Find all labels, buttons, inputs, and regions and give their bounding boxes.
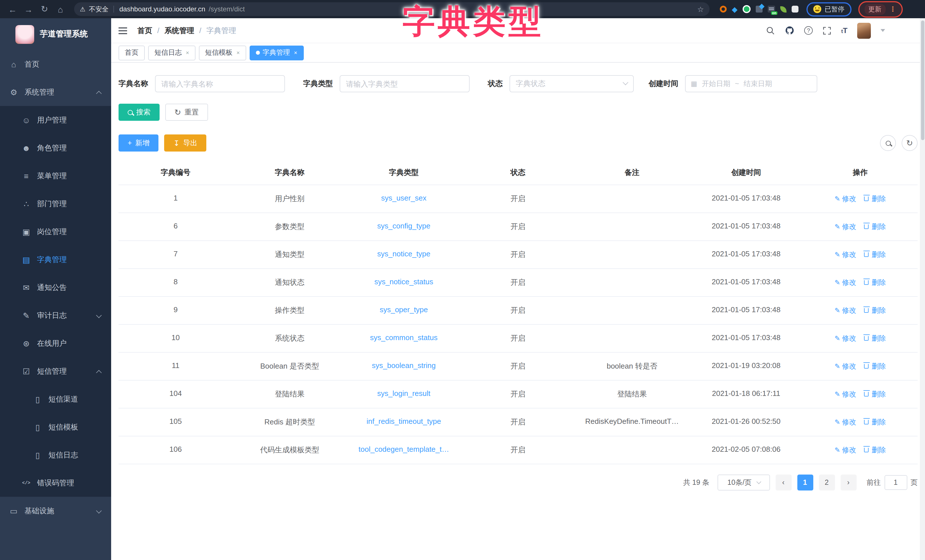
home-icon[interactable]: ⌂ xyxy=(54,2,67,16)
github-icon[interactable] xyxy=(785,26,794,35)
cell-type[interactable]: sys_common_status xyxy=(347,325,461,352)
back-icon[interactable]: ← xyxy=(6,2,20,16)
extension-stack-icon[interactable] xyxy=(756,6,762,12)
help-icon[interactable]: ? xyxy=(804,26,813,35)
close-tab-icon[interactable]: × xyxy=(186,50,189,56)
browser-menu-icon[interactable]: ⋮ xyxy=(889,5,896,13)
search-button[interactable]: 搜索 xyxy=(119,104,160,121)
sidebar-item-错误码管理[interactable]: </>错误码管理 xyxy=(0,469,111,497)
date-range-picker[interactable]: ▦ 开始日期 ~ 结束日期 xyxy=(685,75,817,92)
extension-green-icon[interactable] xyxy=(743,5,750,13)
sidebar-item-菜单管理[interactable]: ≡菜单管理 xyxy=(0,162,111,190)
delete-link[interactable]: 删除 xyxy=(864,194,886,204)
reset-button[interactable]: ↻重置 xyxy=(165,104,208,121)
tab-首页[interactable]: 首页 xyxy=(119,45,145,60)
update-button[interactable]: 更新 xyxy=(864,4,885,15)
edit-link[interactable]: ✎修改 xyxy=(835,306,856,315)
avatar-caret-icon[interactable] xyxy=(881,29,885,32)
add-button[interactable]: +新增 xyxy=(119,134,159,152)
edit-link[interactable]: ✎修改 xyxy=(835,194,856,204)
edit-link[interactable]: ✎修改 xyxy=(835,250,856,259)
goto-page-input[interactable] xyxy=(884,475,907,490)
cell-type[interactable]: sys_login_result xyxy=(347,381,461,408)
extensions-area: ◆ on xyxy=(720,5,798,14)
sidebar-item-label: 首页 xyxy=(24,59,39,69)
edit-link[interactable]: ✎修改 xyxy=(835,417,856,427)
tab-字典管理[interactable]: 字典管理× xyxy=(249,45,303,60)
sidebar-item-角色管理[interactable]: ☻角色管理 xyxy=(0,134,111,162)
page-size-select[interactable]: 10条/页 xyxy=(717,474,770,491)
delete-link[interactable]: 删除 xyxy=(864,306,886,315)
fullscreen-icon[interactable] xyxy=(823,26,832,35)
sidebar-item-短信日志[interactable]: ▯短信日志 xyxy=(0,441,111,469)
delete-link[interactable]: 删除 xyxy=(864,222,886,232)
next-page-button[interactable]: › xyxy=(841,474,856,491)
bookmark-star-icon[interactable]: ☆ xyxy=(697,5,704,14)
sidebar-item-通知公告[interactable]: ✉通知公告 xyxy=(0,274,111,301)
profile-paused-annotation[interactable]: 已暂停 xyxy=(806,2,851,16)
font-size-icon[interactable]: tT xyxy=(841,26,848,35)
sidebar-item-岗位管理[interactable]: ▣岗位管理 xyxy=(0,218,111,245)
edit-link[interactable]: ✎修改 xyxy=(835,361,856,371)
sidebar-item-首页[interactable]: ⌂首页 xyxy=(0,50,111,78)
tab-短信模板[interactable]: 短信模板× xyxy=(199,45,246,60)
page-button-2[interactable]: 2 xyxy=(819,474,835,491)
cell-type[interactable]: sys_oper_type xyxy=(347,297,461,324)
close-tab-icon[interactable]: × xyxy=(294,50,297,56)
extension-switch-icon[interactable]: on xyxy=(768,6,775,12)
sidebar-item-用户管理[interactable]: ☺用户管理 xyxy=(0,106,111,134)
refresh-table-button[interactable]: ↻ xyxy=(902,135,917,151)
sidebar-item-短信渠道[interactable]: ▯短信渠道 xyxy=(0,385,111,413)
sidebar-item-基础设施[interactable]: ▭基础设施 xyxy=(0,497,111,525)
tab-短信日志[interactable]: 短信日志× xyxy=(148,45,196,60)
toggle-search-button[interactable] xyxy=(880,135,896,151)
extensions-puzzle-icon[interactable] xyxy=(792,6,798,12)
status-select[interactable]: 字典状态 xyxy=(509,75,634,92)
cell-type[interactable]: tool_codegen_template_t… xyxy=(347,437,461,464)
delete-link[interactable]: 删除 xyxy=(864,445,886,455)
extension-gem-icon[interactable]: ◆ xyxy=(732,5,738,14)
sidebar-item-在线用户[interactable]: ⊛在线用户 xyxy=(0,329,111,357)
edit-link[interactable]: ✎修改 xyxy=(835,278,856,288)
dict-type-input[interactable] xyxy=(340,75,470,92)
dict-name-input[interactable] xyxy=(155,75,285,92)
extension-orange-icon[interactable] xyxy=(720,6,727,12)
delete-link[interactable]: 删除 xyxy=(864,250,886,259)
scrollbar-thumb[interactable] xyxy=(921,21,924,140)
sidebar-item-短信模板[interactable]: ▯短信模板 xyxy=(0,413,111,441)
export-button[interactable]: ↧导出 xyxy=(164,134,206,152)
breadcrumb-home[interactable]: 首页 xyxy=(137,26,152,36)
sidebar-item-审计日志[interactable]: ✎审计日志 xyxy=(0,301,111,329)
user-avatar[interactable] xyxy=(857,23,871,38)
delete-link[interactable]: 删除 xyxy=(864,361,886,371)
forward-icon[interactable]: → xyxy=(22,2,35,16)
close-tab-icon[interactable]: × xyxy=(237,50,240,56)
page-scrollbar[interactable] xyxy=(920,18,925,560)
edit-link[interactable]: ✎修改 xyxy=(835,389,856,399)
edit-link[interactable]: ✎修改 xyxy=(835,334,856,343)
edit-link[interactable]: ✎修改 xyxy=(835,222,856,232)
cell-type[interactable]: sys_boolean_string xyxy=(347,353,461,380)
delete-link[interactable]: 删除 xyxy=(864,389,886,399)
sidebar-item-系统管理[interactable]: ⚙系统管理 xyxy=(0,78,111,106)
breadcrumb-system[interactable]: 系统管理 xyxy=(164,26,194,36)
delete-link[interactable]: 删除 xyxy=(864,417,886,427)
sidebar-item-字典管理[interactable]: ▤字典管理 xyxy=(0,245,111,274)
delete-link[interactable]: 删除 xyxy=(864,334,886,343)
delete-link[interactable]: 删除 xyxy=(864,278,886,288)
cell-type[interactable]: sys_user_sex xyxy=(347,185,461,212)
search-icon[interactable] xyxy=(766,26,775,35)
cell-type[interactable]: sys_notice_status xyxy=(347,269,461,296)
sidebar-item-部门管理[interactable]: ∴部门管理 xyxy=(0,190,111,218)
reload-icon[interactable]: ↻ xyxy=(38,2,51,16)
page-button-1[interactable]: 1 xyxy=(797,474,813,491)
cell-type[interactable]: sys_notice_type xyxy=(347,241,461,268)
cell-type[interactable]: inf_redis_timeout_type xyxy=(347,408,461,436)
edit-link[interactable]: ✎修改 xyxy=(835,445,856,455)
collapse-sidebar-icon[interactable] xyxy=(119,27,127,34)
prev-page-button[interactable]: ‹ xyxy=(775,474,791,491)
cell-type[interactable]: sys_config_type xyxy=(347,213,461,241)
sidebar-item-短信管理[interactable]: ☑短信管理 xyxy=(0,357,111,385)
extension-leaf-icon[interactable] xyxy=(780,6,786,12)
address-bar[interactable]: ⚠ 不安全 dashboard.yudao.iocoder.cn/system/… xyxy=(74,2,710,16)
